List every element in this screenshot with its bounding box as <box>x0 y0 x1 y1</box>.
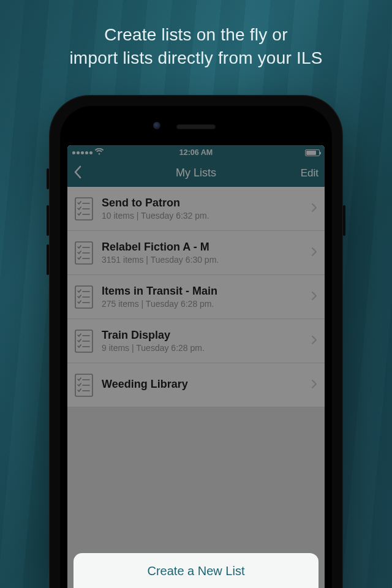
phone-frame: 12:06 AM My Lists Edit <box>49 95 343 588</box>
create-new-list-button[interactable]: Create a New List <box>74 553 318 588</box>
marketing-headline: Create lists on the fly or import lists … <box>0 23 392 70</box>
action-sheet: Create a New List Import a List Cancel <box>74 553 318 588</box>
action-sheet-group: Create a New List Import a List <box>74 553 318 588</box>
phone-volume-down <box>47 244 49 275</box>
phone-speaker <box>176 124 216 129</box>
headline-line-2: import lists directly from your ILS <box>69 48 322 67</box>
phone-camera <box>153 122 160 129</box>
phone-power-button <box>343 205 345 236</box>
phone-mute-switch <box>47 168 49 189</box>
phone-volume-up <box>47 205 49 236</box>
phone-bezel: 12:06 AM My Lists Edit <box>60 106 332 588</box>
screen: 12:06 AM My Lists Edit <box>67 145 325 588</box>
headline-line-1: Create lists on the fly or <box>104 25 287 44</box>
modal-backdrop[interactable] <box>67 145 325 588</box>
